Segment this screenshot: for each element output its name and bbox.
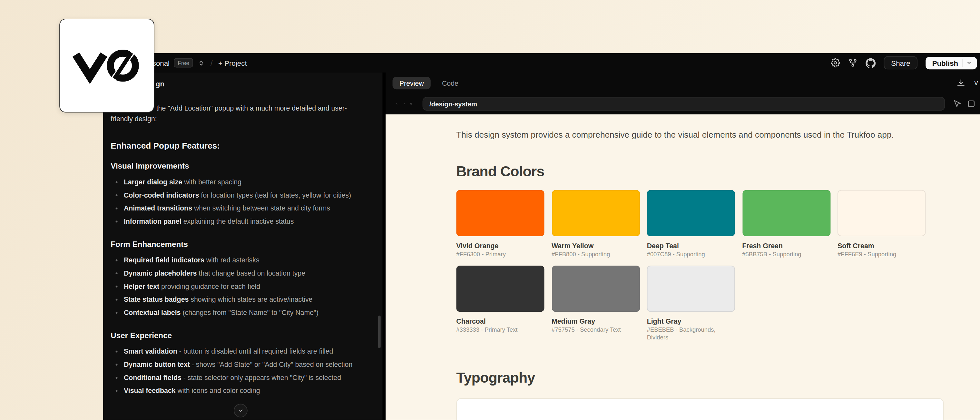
swatch-hex: #EBEBEB - Backgrounds, Dividers — [647, 326, 722, 341]
scroll-to-bottom-button[interactable] — [234, 404, 248, 417]
chat-bullet-list: Required field indicators with red aster… — [111, 254, 376, 320]
chat-section: Visual ImprovementsLarger dialog size wi… — [111, 162, 376, 228]
typography-heading: Typography — [456, 369, 961, 386]
plan-badge: Free — [174, 58, 193, 67]
color-swatch: Medium Gray#757575 - Secondary Text — [552, 265, 640, 341]
chat-bullet: Color-coded indicators for location type… — [111, 189, 376, 202]
git-fork-icon[interactable] — [848, 58, 858, 67]
color-swatch: Warm Yellow#FFB800 - Supporting — [552, 189, 640, 258]
preview-tab-bar: Preview Code v — [385, 73, 980, 93]
color-chip — [742, 189, 830, 235]
chat-features-title: Enhanced Popup Features: — [111, 141, 376, 151]
chat-bullet: Visual feedback with icons and color cod… — [111, 384, 376, 398]
preview-panel: Preview Code v /design-system — [385, 73, 980, 420]
chevron-down-icon — [966, 60, 972, 65]
chat-message: the "Add Location" popup with a much mor… — [111, 103, 376, 398]
swatch-hex: #FFF6E9 - Supporting — [837, 250, 913, 258]
share-button[interactable]: Share — [884, 56, 918, 69]
chat-section: Form EnhancementsRequired field indicato… — [111, 240, 376, 319]
swatch-hex: #FF6300 - Primary — [456, 250, 531, 258]
chat-section-heading: Visual Improvements — [111, 162, 376, 170]
chat-bullet-list: Smart validation - button is disabled un… — [111, 345, 376, 398]
color-swatch: Charcoal#333333 - Primary Text — [456, 265, 544, 341]
swatch-name: Vivid Orange — [456, 242, 544, 249]
forward-icon[interactable] — [403, 99, 405, 108]
swatch-name: Medium Gray — [552, 317, 640, 325]
v0-logo-card — [59, 19, 154, 113]
color-swatch: Soft Cream#FFF6E9 - Supporting — [837, 189, 926, 258]
color-swatch: Vivid Orange#FF6300 - Primary — [456, 189, 544, 258]
tab-code[interactable]: Code — [442, 79, 458, 86]
github-icon[interactable] — [865, 58, 875, 68]
chevron-up-down-icon[interactable] — [197, 59, 205, 67]
color-chip — [647, 189, 735, 235]
design-system-intro: This design system provides a comprehens… — [456, 128, 910, 142]
preview-toolbar: /design-system — [385, 93, 980, 115]
swatch-name: Warm Yellow — [552, 242, 640, 249]
v0-logo-icon — [72, 48, 142, 83]
chat-bullet: Required field indicators with red aster… — [111, 254, 376, 267]
chat-bullet: Information panel explaining the default… — [111, 215, 376, 228]
toolbar-right-icons — [953, 99, 976, 108]
url-bar[interactable]: /design-system — [423, 97, 945, 111]
gear-icon[interactable] — [830, 58, 840, 67]
preview-content: This design system provides a comprehens… — [385, 115, 980, 420]
swatch-name: Fresh Green — [742, 242, 830, 249]
color-chip — [552, 189, 640, 235]
breadcrumb: rsonal Free / + Project — [150, 58, 247, 67]
swatch-hex: #FFB800 - Supporting — [552, 250, 627, 258]
breadcrumb-separator: / — [210, 58, 212, 67]
swatch-name: Light Gray — [647, 317, 735, 325]
inspect-cursor-icon[interactable] — [953, 99, 961, 108]
v0-app-window: rsonal Free / + Project Share — [103, 53, 980, 420]
edge-cut-label: v — [975, 79, 978, 86]
color-swatch: Fresh Green#5BB75B - Supporting — [742, 189, 830, 258]
chat-sections: Visual ImprovementsLarger dialog size wi… — [111, 162, 376, 398]
color-chip — [647, 265, 735, 311]
swatch-hex: #757575 - Secondary Text — [552, 326, 627, 333]
publish-button[interactable]: Publish — [926, 56, 977, 69]
chat-bullet: Conditional fields - state selector only… — [111, 371, 376, 385]
chat-bullet: State status badges showing which states… — [111, 293, 376, 306]
tab-preview[interactable]: Preview — [393, 77, 431, 89]
refresh-icon[interactable] — [410, 99, 413, 108]
swatch-name: Soft Cream — [837, 242, 926, 249]
chat-bullet: Contextual labels (changes from "State N… — [111, 306, 376, 320]
chevron-down-icon — [238, 407, 244, 414]
typography-card — [456, 398, 943, 420]
chat-bullet: Smart validation - button is disabled un… — [111, 345, 376, 358]
chat-section-heading: User Experience — [111, 331, 376, 340]
chat-panel: gn the "Add Location" popup with a much … — [103, 73, 383, 420]
color-swatch: Deep Teal#007C89 - Supporting — [647, 189, 735, 258]
top-bar: rsonal Free / + Project Share — [103, 53, 980, 73]
brand-colors-heading: Brand Colors — [456, 163, 961, 180]
swatch-name: Deep Teal — [647, 242, 735, 249]
chat-bullet: Larger dialog size with better spacing — [111, 176, 376, 189]
swatch-grid: Vivid Orange#FF6300 - PrimaryWarm Yellow… — [456, 189, 961, 341]
color-swatch: Light Gray#EBEBEB - Backgrounds, Divider… — [647, 265, 735, 341]
screenshot-stage: rsonal Free / + Project Share — [0, 0, 980, 420]
back-icon[interactable] — [396, 99, 398, 108]
chat-bullet: Animated transitions when switching betw… — [111, 202, 376, 215]
top-bar-actions: Share Publish — [830, 56, 977, 69]
chat-bullet: Dynamic button text - shows "Add State" … — [111, 358, 376, 371]
swatch-hex: #333333 - Primary Text — [456, 326, 531, 333]
download-icon[interactable] — [956, 78, 966, 88]
color-chip — [456, 189, 544, 235]
publish-divider — [962, 59, 963, 67]
chat-section-heading: Form Enhancements — [111, 240, 376, 248]
chat-scrollbar[interactable] — [378, 315, 381, 348]
color-chip — [552, 265, 640, 311]
swatch-hex: #5BB75B - Supporting — [742, 250, 817, 258]
fullscreen-icon[interactable] — [967, 99, 975, 108]
url-text: /design-system — [430, 100, 477, 107]
chat-bullet: Dynamic placeholders that change based o… — [111, 267, 376, 280]
chat-bullet-list: Larger dialog size with better spacingCo… — [111, 176, 376, 228]
color-chip — [456, 265, 544, 311]
chat-section: User ExperienceSmart validation - button… — [111, 331, 376, 398]
chat-intro-line-2: friendly design: — [111, 114, 376, 124]
chat-header-label: gn — [156, 80, 164, 88]
new-project-button[interactable]: + Project — [218, 59, 247, 67]
publish-label: Publish — [932, 59, 958, 67]
chat-bullet: Helper text providing guidance for each … — [111, 280, 376, 293]
